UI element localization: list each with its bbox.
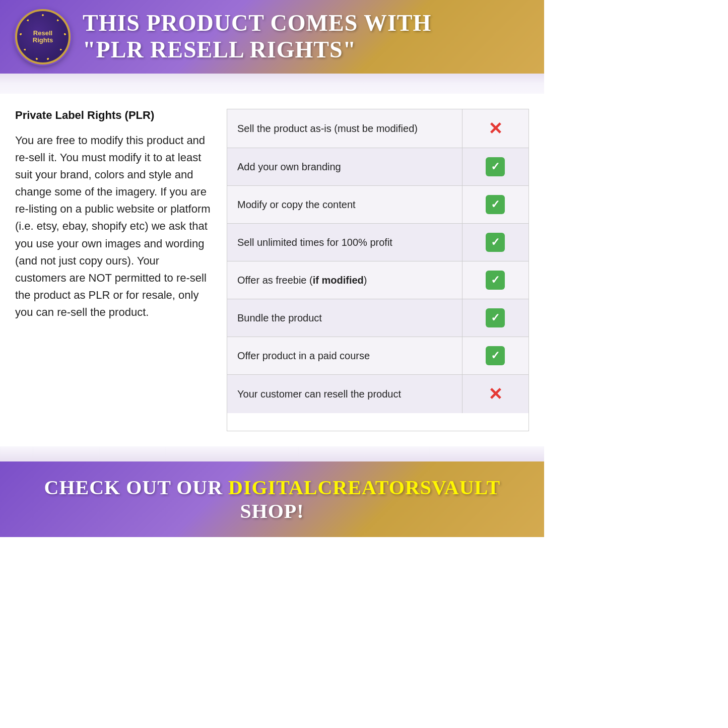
badge-line1: Resell	[33, 30, 52, 37]
table-row: Offer product in a paid course✓	[227, 337, 528, 375]
table-row: Modify or copy the content✓	[227, 186, 528, 224]
rights-label: Offer product in a paid course	[227, 337, 462, 375]
plr-title: Private Label Rights (PLR)	[15, 109, 212, 122]
check-icon: ✓	[462, 261, 528, 299]
check-icon: ✓	[462, 337, 528, 375]
rights-label: Your customer can resell the product	[227, 375, 462, 414]
rights-table: Sell the product as-is (must be modified…	[227, 109, 528, 413]
header: Resell Rights This product Comes with "P…	[0, 0, 544, 74]
rights-label: Sell unlimited times for 100% profit	[227, 224, 462, 261]
bottom-divider	[0, 446, 544, 461]
rights-label: Bundle the product	[227, 299, 462, 337]
top-divider	[0, 74, 544, 94]
table-row: Sell unlimited times for 100% profit✓	[227, 224, 528, 261]
checkmark: ✓	[486, 308, 505, 327]
checkmark: ✓	[486, 157, 505, 176]
header-title-quotes: "PLR Resell Rights"	[83, 37, 356, 62]
rights-table-container: Sell the product as-is (must be modified…	[227, 109, 529, 431]
main-content: Private Label Rights (PLR) You are free …	[0, 94, 544, 446]
table-row: Add your own branding✓	[227, 148, 528, 186]
badge-line2: Rights	[33, 37, 53, 44]
cross-icon: ✕	[462, 375, 528, 414]
rights-label: Offer as freebie (if modified)	[227, 261, 462, 299]
crossmark: ✕	[488, 119, 502, 138]
plr-body: You are free to modify this product and …	[15, 132, 212, 321]
check-icon: ✓	[462, 148, 528, 186]
table-row: Bundle the product✓	[227, 299, 528, 337]
footer-highlight: DigitalCreatorsVault	[228, 476, 500, 499]
footer-text: Check out our DigitalCreatorsVault Shop!	[15, 476, 529, 523]
check-icon: ✓	[462, 186, 528, 224]
cross-icon: ✕	[462, 109, 528, 148]
header-title: This product Comes with "PLR Resell Righ…	[83, 10, 431, 63]
header-title-line1: This product Comes with	[83, 10, 431, 37]
resell-rights-badge: Resell Rights	[15, 9, 71, 64]
rights-label: Add your own branding	[227, 148, 462, 186]
table-row: Offer as freebie (if modified)✓	[227, 261, 528, 299]
rights-label: Modify or copy the content	[227, 186, 462, 224]
header-title-line2: "PLR Resell Rights"	[83, 37, 431, 63]
table-row: Sell the product as-is (must be modified…	[227, 109, 528, 148]
rights-label: Sell the product as-is (must be modified…	[227, 109, 462, 148]
footer: Check out our DigitalCreatorsVault Shop!	[0, 461, 544, 537]
check-icon: ✓	[462, 224, 528, 261]
footer-text-end: Shop!	[240, 500, 304, 522]
checkmark: ✓	[486, 233, 505, 252]
checkmark: ✓	[486, 271, 505, 290]
checkmark: ✓	[486, 346, 505, 365]
checkmark: ✓	[486, 195, 505, 214]
check-icon: ✓	[462, 299, 528, 337]
crossmark: ✕	[488, 384, 502, 404]
footer-text-normal: Check out our	[44, 476, 229, 499]
left-column: Private Label Rights (PLR) You are free …	[15, 109, 227, 431]
table-row: Your customer can resell the product✕	[227, 375, 528, 414]
